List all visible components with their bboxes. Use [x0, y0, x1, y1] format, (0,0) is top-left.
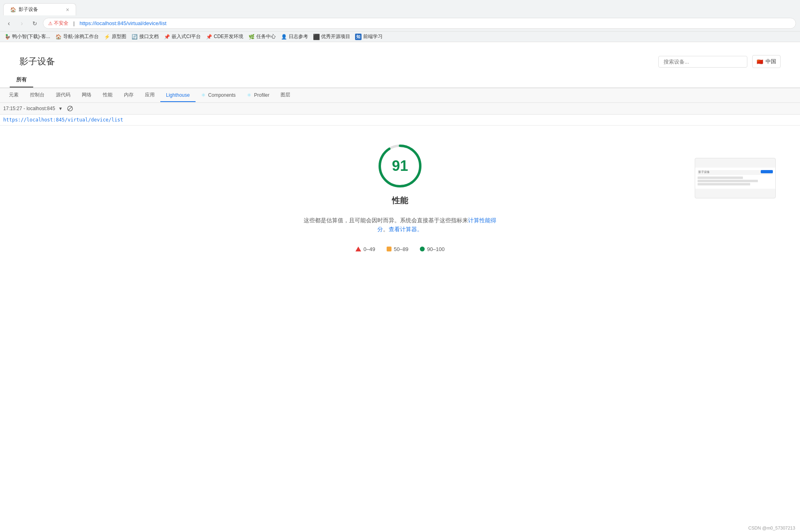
bookmark-icon-ci: 📌 [164, 34, 170, 40]
devtools-panel: 元素 控制台 源代码 网络 性能 内存 应用 Lighthouse [0, 88, 800, 287]
bookmark-ci[interactable]: 📌 嵌入式CI平台 [164, 33, 201, 40]
mini-header-bar: 影子设备 [698, 170, 773, 175]
back-button[interactable]: ‹ [4, 19, 14, 28]
devtools-tab-profiler-label: Profiler [254, 92, 269, 98]
score-desc-text2: 。 [383, 226, 389, 232]
devtools-tab-network-label: 网络 [82, 92, 91, 98]
tab-favicon: 🏠 [10, 7, 16, 13]
toolbar-block-icon[interactable] [66, 104, 74, 113]
legend-label-poor: 0–49 [364, 246, 375, 252]
legend-label-needs-improvement: 50–89 [394, 246, 409, 252]
bookmark-nav[interactable]: 🏠 导航-涂鸦工作台 [55, 33, 99, 40]
search-area: 🇨🇳 中国 [658, 55, 781, 68]
country-selector[interactable]: 🇨🇳 中国 [752, 55, 781, 68]
devtools-toolbar: 17:15:27 - localhost:845 ▼ [0, 103, 800, 115]
toolbar-timestamp: 17:15:27 - localhost:845 [3, 106, 55, 111]
devtools-tab-profiler[interactable]: ⚛ Profiler [241, 89, 275, 102]
search-input[interactable] [658, 56, 747, 68]
bookmark-cde[interactable]: 📌 CDE开发环境 [206, 33, 243, 40]
security-warning: ⚠ 不安全 [48, 20, 68, 27]
bookmarks-bar: 🦆 鸭小智(下载)-客... 🏠 导航-涂鸦工作台 ⚡ 原型图 🔄 接口文档 📌… [0, 31, 800, 42]
search-row: 影子设备 🇨🇳 中国 [10, 50, 790, 73]
page-tabs-row: 所有 [10, 73, 790, 87]
bookmark-label-proto: 原型图 [112, 33, 126, 40]
devtools-tab-elements[interactable]: 元素 [3, 88, 24, 102]
bookmark-frontend[interactable]: 知 前端学习 [355, 33, 383, 40]
devtools-tab-lighthouse-label: Lighthouse [166, 92, 190, 98]
svg-line-1 [68, 106, 72, 111]
legend-item-needs-improvement: 50–89 [387, 246, 409, 252]
tab-close-icon[interactable]: × [66, 6, 69, 13]
devtools-tab-layers-label: 图层 [281, 92, 290, 98]
address-bar-row: ‹ › ↻ ⚠ 不安全 | https://localhost:845/virt… [0, 15, 800, 31]
devtools-tab-performance[interactable]: 性能 [97, 88, 118, 102]
security-text: 不安全 [54, 20, 68, 27]
tab-all[interactable]: 所有 [10, 73, 33, 87]
bookmark-icon-cde: 📌 [206, 34, 212, 40]
devtools-tab-components[interactable]: ⚛ Components [196, 89, 241, 102]
bookmark-label-frontend: 前端学习 [363, 33, 383, 40]
bookmark-icon-github: ⬛ [313, 34, 319, 40]
tab-title: 影子设备 [19, 6, 38, 13]
country-name: 中国 [766, 58, 776, 65]
react-profiler-icon: ⚛ [247, 92, 251, 98]
devtools-tab-source[interactable]: 源代码 [50, 88, 76, 102]
screenshot-mini-content: 影子设备 [695, 168, 775, 189]
country-flag: 🇨🇳 [757, 59, 763, 65]
address-bar[interactable]: ⚠ 不安全 | https://localhost:845/virtual/de… [43, 18, 796, 29]
separator: | [73, 20, 74, 26]
bookmark-log[interactable]: 👤 日志参考 [281, 33, 308, 40]
bookmark-label-api: 接口文档 [139, 33, 159, 40]
bookmark-opensource[interactable]: ⬛ 优秀开源项目 [313, 33, 350, 40]
devtools-url-text: https://localhost:845/virtual/device/lis… [3, 117, 123, 123]
legend-dot-icon [420, 247, 425, 251]
devtools-tab-lighthouse[interactable]: Lighthouse [160, 89, 196, 102]
legend-label-good: 90–100 [427, 246, 445, 252]
bookmark-duck[interactable]: 🦆 鸭小智(下载)-客... [4, 33, 50, 40]
forward-button[interactable]: › [17, 19, 27, 28]
devtools-tab-application[interactable]: 应用 [139, 88, 160, 102]
legend-item-poor: 0–49 [355, 246, 375, 252]
mini-row-1 [698, 177, 743, 179]
score-desc-text1: 这些都是估算值，且可能会因时而异。系统会直接基于这些指标来 [304, 217, 468, 223]
bookmark-task[interactable]: 🌿 任务中心 [248, 33, 276, 40]
lighthouse-content: 影子设备 91 [0, 126, 800, 287]
react-components-icon: ⚛ [201, 92, 206, 98]
score-link2[interactable]: 查看计算器。 [389, 226, 423, 232]
mini-row-3 [698, 183, 750, 185]
bookmark-label-duck: 鸭小智(下载)-客... [12, 33, 50, 40]
bookmark-proto[interactable]: ⚡ 原型图 [104, 33, 126, 40]
devtools-tab-layers[interactable]: 图层 [275, 88, 296, 102]
legend-row: 0–49 50–89 90–100 [355, 246, 445, 252]
devtools-tab-console-label: 控制台 [30, 92, 45, 98]
page-content: 影子设备 🇨🇳 中国 所有 元素 控制台 [0, 42, 800, 287]
devtools-tab-memory[interactable]: 内存 [118, 88, 139, 102]
bookmark-icon-duck: 🦆 [4, 34, 11, 40]
devtools-tab-memory-label: 内存 [124, 92, 134, 98]
score-number: 91 [392, 157, 408, 174]
score-circle-container: 91 性能 [376, 142, 424, 209]
legend-triangle-icon [355, 247, 361, 251]
browser-tab[interactable]: 🏠 影子设备 × [3, 3, 76, 15]
bookmark-api[interactable]: 🔄 接口文档 [131, 33, 159, 40]
bookmark-icon-nav: 🏠 [55, 34, 62, 40]
devtools-tab-source-label: 源代码 [56, 92, 70, 98]
reload-button[interactable]: ↻ [30, 19, 40, 28]
bookmark-label-cde: CDE开发环境 [214, 33, 243, 40]
toolbar-dropdown-button[interactable]: ▼ [58, 106, 63, 111]
page-title-text: 影子设备 [19, 55, 55, 68]
devtools-url-bar: https://localhost:845/virtual/device/lis… [0, 115, 800, 126]
bookmark-icon-api: 🔄 [131, 34, 138, 40]
bookmark-icon-log: 👤 [281, 34, 287, 40]
score-circle: 91 [376, 142, 424, 190]
no-icon [67, 105, 73, 112]
devtools-tab-network[interactable]: 网络 [76, 88, 97, 102]
bookmark-icon-frontend: 知 [355, 34, 362, 40]
bookmark-label-ci: 嵌入式CI平台 [172, 33, 201, 40]
tab-bar: 🏠 影子设备 × [0, 0, 800, 15]
devtools-tab-console[interactable]: 控制台 [24, 88, 50, 102]
bookmark-icon-task: 🌿 [248, 34, 255, 40]
page-header: 影子设备 🇨🇳 中国 所有 [0, 42, 800, 88]
bookmark-label-nav: 导航-涂鸦工作台 [63, 33, 99, 40]
devtools-tab-elements-label: 元素 [9, 92, 19, 98]
